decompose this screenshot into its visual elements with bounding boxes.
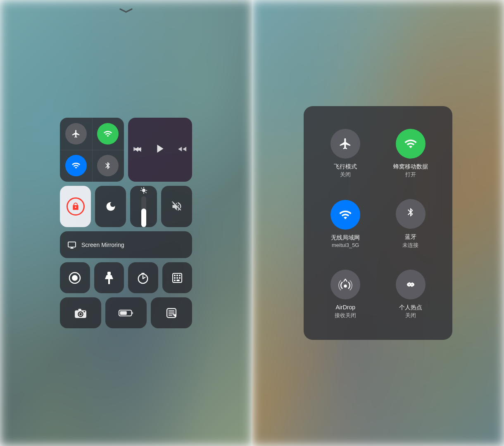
hotspot-icon [404,278,418,292]
bluetooth-item-icon [406,207,416,221]
svg-point-18 [174,280,176,281]
bluetooth-icon-wrap [396,199,426,229]
handle-area [119,7,133,15]
do-not-disturb-button[interactable] [95,186,126,227]
flashlight-icon [104,272,114,284]
airdrop-icon-wrap [330,270,360,299]
svg-rect-26 [132,312,133,314]
cellular-button[interactable] [92,118,124,150]
volume-mute-icon [171,201,183,212]
screen-record-button[interactable] [60,262,90,293]
wifi-button[interactable] [60,150,92,182]
media-tile [128,118,192,182]
svg-rect-23 [78,308,81,311]
volume-button[interactable] [161,186,192,227]
hotspot-icon-wrap [396,270,426,299]
svg-point-15 [174,277,176,279]
wifi-icon-bg [65,155,87,176]
wifi-item[interactable]: 无线局域网 meitui3_5G [314,189,377,257]
notes-button[interactable] [151,297,192,328]
svg-point-7 [72,275,78,281]
battery-button[interactable] [105,297,147,328]
svg-rect-8 [107,272,111,275]
timer-icon [137,272,149,284]
fast-forward-button[interactable] [177,144,188,156]
svg-point-13 [176,275,178,276]
left-panel: Screen Mirroring [0,0,252,446]
airdrop-icon [338,278,352,292]
rewind-icon [133,145,143,153]
cellular-icon [103,129,112,138]
rotation-lock-icon [67,197,85,216]
rotation-lock-button[interactable] [60,186,91,227]
screen-record-icon [68,271,81,285]
wifi-icon [71,161,81,170]
fast-forward-icon [177,145,188,153]
svg-rect-27 [120,311,127,315]
airdrop-item[interactable]: AirDrop 接收关闭 [314,259,377,327]
chevron-down-icon [119,7,133,13]
hotspot-label: 个人热点 关闭 [399,304,422,319]
svg-point-16 [176,277,178,279]
svg-rect-24 [83,311,85,312]
bluetooth-item[interactable]: 蓝牙 未连接 [379,189,442,257]
wifi-icon-wrap [330,200,360,230]
airplane-mode-icon [339,137,352,150]
bluetooth-icon-bg [97,155,119,176]
notes-icon [166,307,177,319]
play-icon [155,143,166,154]
svg-marker-2 [157,145,163,153]
row-utilities-2 [60,297,192,328]
network-panel: 飞行模式 关闭 蜂窝移动数据 打开 无线局域 [304,106,452,340]
cellular-item[interactable]: 蜂窝移动数据 打开 [379,119,442,187]
svg-point-30 [344,285,347,288]
row-lock-brightness [60,186,192,227]
brightness-slider[interactable] [130,186,157,227]
svg-rect-19 [176,280,180,281]
wifi-item-icon [339,208,352,221]
brightness-icon [140,186,148,195]
row-connectivity-media [60,118,192,182]
battery-icon [119,309,133,317]
screen-mirror-icon [67,241,76,249]
svg-marker-4 [183,147,186,151]
bluetooth-icon [104,161,112,170]
right-panel: 飞行模式 关闭 蜂窝移动数据 打开 无线局域 [252,0,504,446]
timer-button[interactable] [128,262,158,293]
svg-point-22 [79,313,82,316]
moon-icon [105,201,116,212]
airplane-icon [71,129,81,138]
cellular-icon-bg [97,123,119,145]
airdrop-label: AirDrop 接收关闭 [335,304,356,319]
screen-mirroring-label: Screen Mirroring [81,242,124,248]
control-center: Screen Mirroring [60,118,192,328]
airplane-icon-bg [65,123,87,145]
airplane-mode-button[interactable] [60,118,92,150]
brightness-bar [141,196,146,227]
cellular-item-icon [404,137,417,150]
play-button[interactable] [155,143,166,157]
brightness-fill [141,209,146,227]
airplane-mode-item[interactable]: 飞行模式 关闭 [314,119,377,187]
svg-point-17 [179,277,181,279]
airplane-mode-icon-wrap [330,129,360,159]
row-utilities-1 [60,262,192,293]
flashlight-button[interactable] [94,262,124,293]
cellular-icon-wrap [396,129,426,159]
connectivity-tile [60,118,124,182]
calculator-icon [171,272,183,284]
cellular-label: 蜂窝移动数据 打开 [393,163,428,178]
svg-rect-10 [142,273,145,274]
camera-icon [74,308,87,318]
svg-marker-3 [178,147,182,151]
bluetooth-label: 蓝牙 未连接 [402,233,418,249]
lock-icon [71,202,80,211]
calculator-button[interactable] [162,262,193,293]
airplane-mode-label: 飞行模式 关闭 [334,163,357,178]
camera-button[interactable] [60,297,101,328]
screen-mirroring-button[interactable]: Screen Mirroring [60,231,192,258]
bluetooth-button[interactable] [92,150,124,182]
svg-point-14 [179,275,181,276]
hotspot-item[interactable]: 个人热点 关闭 [379,259,442,327]
rewind-button[interactable] [133,144,143,156]
